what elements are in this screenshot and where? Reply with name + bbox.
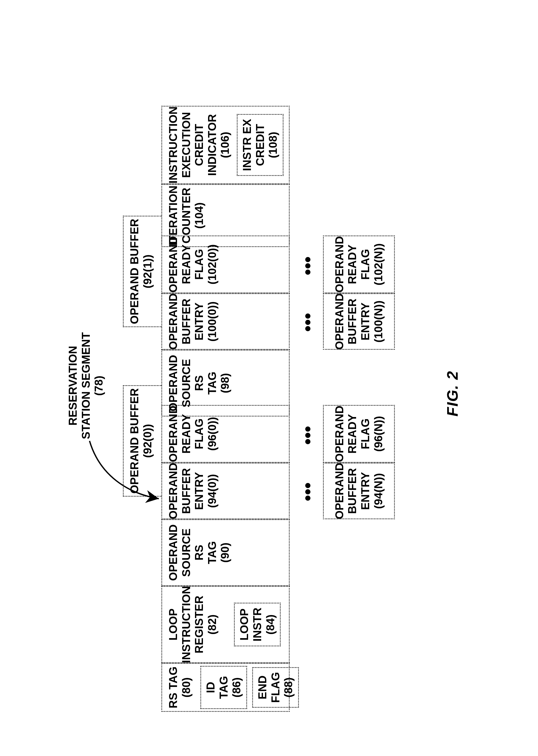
ob1-flag-ellipsis: ••• [297, 256, 318, 275]
ob1-e0-l3: ENTRY [193, 302, 206, 341]
ob0-entry-0-box: OPERAND BUFFER ENTRY (94(0)) [161, 463, 290, 519]
loop-instr-l2: INSTR [251, 607, 263, 642]
ob0-header-box [123, 385, 161, 497]
diagram-canvas: RESERVATION STATION SEGMENT (78) OPERAND… [64, 44, 474, 712]
loop-reg-l4: (82) [205, 614, 219, 635]
ob1-f0-l2: READY [180, 244, 193, 284]
ob1-e0-l2: BUFFER [180, 299, 193, 345]
loop-instruction-register-box: LOOP INSTRUCTION REGISTER (82) LOOP INST… [161, 586, 290, 663]
ob0-eN-l4: (94(N)) [372, 473, 385, 509]
ob1-entry-0-box: OPERAND BUFFER ENTRY (100(0)) [161, 293, 290, 350]
instr-ex-credit-box: INSTR EX CREDIT (108) [237, 114, 283, 176]
ob0-eN-l1: OPERAND [333, 463, 346, 519]
credit-l3: CREDIT [193, 124, 206, 166]
ob1-flag-n-box: OPERAND READY FLAG (102(N)) [323, 235, 395, 293]
src1-l3: TAG [205, 372, 219, 395]
ob1-f0-l3: FLAG [193, 249, 206, 280]
ob0-fN-l4: (96(N)) [372, 416, 385, 452]
rs-tag-l2: (80) [180, 677, 193, 697]
ob0-fN-l3: FLAG [359, 418, 372, 449]
loop-instr-box: LOOP INSTR (84) [234, 603, 281, 646]
loop-instr-l1: LOOP [238, 608, 250, 641]
src1-l2: SOURCE RS [180, 352, 205, 414]
ob0-e0-l3: ENTRY [193, 472, 206, 510]
credit-inner-l2: CREDIT [253, 124, 266, 166]
credit-inner-l1: INSTR EX [241, 119, 253, 171]
loop-reg-l2: INSTRUCTION [180, 586, 193, 663]
end-flag-l2: FLAG [269, 672, 282, 703]
iter-l3: (104) [193, 202, 206, 229]
ob1-entry-ellipsis: ••• [297, 313, 318, 332]
end-flag-l3: (88) [282, 677, 295, 697]
ob0-f0-l3: FLAG [193, 418, 206, 449]
ob1-eN-l3: ENTRY [359, 302, 372, 341]
credit-l2: EXECUTION [180, 112, 193, 178]
ob0-entry-ellipsis: ••• [297, 482, 318, 501]
loop-reg-l3: REGISTER [193, 596, 206, 654]
iter-l2: COUNTER [180, 188, 193, 244]
ob1-flag-0-box: OPERAND READY FLAG (102(0)) [161, 235, 290, 293]
operand-source-rs-tag-0-box: OPERAND SOURCE RS TAG (90) [161, 519, 290, 586]
src0-l2: SOURCE RS [180, 522, 205, 583]
end-flag-box: END FLAG (88) [252, 667, 298, 708]
src0-l4: (90) [219, 542, 232, 563]
ob0-e0-l4: (94(0)) [205, 474, 219, 508]
src0-l3: TAG [205, 541, 219, 564]
ob0-flag-n-box: OPERAND READY FLAG (96(N)) [323, 405, 395, 463]
ob1-e0-l4: (100(0)) [205, 301, 219, 342]
ob0-f0-l2: READY [180, 414, 193, 454]
credit-l4: INDICATOR [205, 114, 219, 176]
rs-tag-l1: RS TAG [167, 666, 180, 709]
rs-tag-box: RS TAG (80) ID TAG (86) END FLAG (88) [161, 663, 290, 712]
id-tag-l1: ID TAG [204, 676, 230, 699]
ob0-e0-l2: BUFFER [180, 468, 193, 514]
ob1-entry-n-box: OPERAND BUFFER ENTRY (100(N)) [323, 293, 395, 350]
ob0-eN-l2: BUFFER [346, 468, 359, 514]
ob1-eN-l2: BUFFER [346, 299, 359, 345]
id-tag-l2: (86) [230, 677, 243, 697]
ob1-eN-l4: (100(N)) [372, 300, 385, 343]
figure-label: FIG. 2 [444, 371, 461, 416]
ob0-flag-0-box: OPERAND READY FLAG (96(0)) [161, 405, 290, 463]
ob0-flag-ellipsis: ••• [297, 426, 318, 445]
credit-inner-l3: (108) [267, 132, 279, 158]
end-flag-l1: END [256, 676, 268, 700]
id-tag-box: ID TAG (86) [200, 666, 247, 709]
ob1-f0-l1: OPERAND [167, 236, 180, 292]
ob1-fN-l2: READY [346, 244, 359, 284]
ob0-eN-l3: ENTRY [359, 472, 372, 510]
ob0-f0-l4: (96(0)) [205, 417, 219, 451]
ob0-entry-n-box: OPERAND BUFFER ENTRY (94(N)) [323, 463, 395, 519]
ob1-f0-l4: (102(0)) [205, 244, 219, 284]
src1-l4: (98) [219, 373, 232, 393]
ob1-fN-l3: FLAG [359, 249, 372, 280]
ob0-e0-l1: OPERAND [167, 463, 180, 519]
src1-l1: OPERAND [167, 355, 180, 411]
credit-l1: INSTRUCTION [167, 106, 180, 184]
loop-reg-l1: LOOP [167, 608, 180, 641]
ob0-fN-l1: OPERAND [333, 406, 346, 462]
ob1-header-box [123, 216, 161, 327]
instruction-execution-credit-indicator-box: INSTRUCTION EXECUTION CREDIT INDICATOR (… [161, 106, 290, 184]
ob1-fN-l4: (102(N)) [372, 243, 385, 285]
ob1-e0-l1: OPERAND [167, 293, 180, 350]
ob1-fN-l1: OPERAND [333, 236, 346, 292]
loop-instr-l3: (84) [264, 614, 276, 635]
credit-l5: (106) [219, 132, 232, 158]
src0-l1: OPERAND [167, 524, 180, 581]
ob1-eN-l1: OPERAND [333, 293, 346, 350]
ob0-fN-l2: READY [346, 414, 359, 454]
ob0-f0-l1: OPERAND [167, 406, 180, 462]
